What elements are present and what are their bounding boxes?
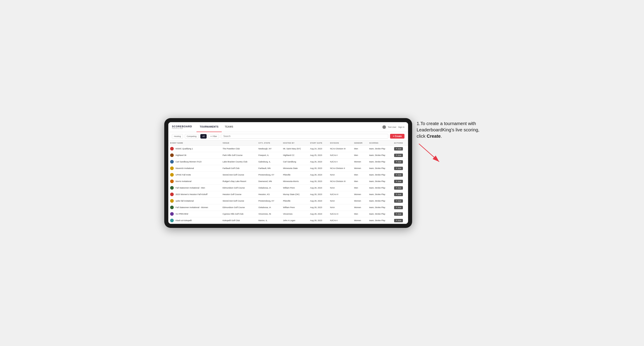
filter-all-button[interactable]: All bbox=[200, 134, 207, 139]
edit-icon: ✎ bbox=[396, 167, 398, 170]
team-icon bbox=[170, 206, 174, 209]
gender-cell: Women bbox=[352, 165, 368, 172]
event-name-cell: Highland 36 bbox=[168, 152, 221, 159]
tab-teams[interactable]: TEAMS bbox=[222, 122, 236, 132]
sign-in-link[interactable]: Sign In bbox=[398, 126, 404, 128]
table-row: VU PREVIEW Cypress Hills Golf Club Vince… bbox=[168, 211, 408, 217]
venue-cell: Faribault Golf Club bbox=[221, 165, 257, 172]
edit-icon: ✎ bbox=[396, 193, 398, 195]
actions-cell: ✎ Edit bbox=[392, 198, 408, 204]
team-icon bbox=[170, 154, 174, 157]
team-icon bbox=[170, 167, 174, 170]
edit-button[interactable]: ✎ Edit bbox=[394, 193, 403, 196]
outer-wrapper: SCOREBOARD Powered by clippit TOURNAMENT… bbox=[164, 118, 480, 228]
search-input[interactable] bbox=[221, 134, 388, 139]
edit-label: Edit bbox=[398, 180, 401, 182]
gender-cell: Women bbox=[352, 217, 368, 224]
annotation-text: 1.To create a tournament with Leaderboar… bbox=[417, 118, 480, 139]
edit-button[interactable]: ✎ Edit bbox=[394, 199, 403, 203]
filter-competing-button[interactable]: Competing bbox=[185, 134, 199, 139]
event-name-cell: VU PREVIEW bbox=[168, 211, 221, 217]
gender-cell: Women bbox=[352, 159, 368, 165]
division-cell: NCAA Division III bbox=[328, 178, 352, 185]
col-venue: VENUE bbox=[221, 141, 257, 146]
edit-button[interactable]: ✎ Edit bbox=[394, 173, 403, 176]
actions-cell: ✎ Edit bbox=[392, 159, 408, 165]
edit-label: Edit bbox=[398, 193, 401, 195]
tab-tournaments[interactable]: TOURNAMENTS bbox=[196, 122, 222, 132]
team-icon bbox=[170, 212, 174, 216]
scoring-cell: team, Stroke Play bbox=[368, 159, 392, 165]
start-date-cell: Aug 28, 2023 bbox=[308, 185, 328, 191]
start-date-cell: Aug 28, 2023 bbox=[308, 217, 328, 224]
col-event-name: EVENT NAME bbox=[168, 141, 221, 146]
edit-button[interactable]: ✎ Edit bbox=[394, 154, 403, 157]
edit-label: Edit bbox=[398, 154, 401, 156]
gender-cell: Men bbox=[352, 211, 368, 217]
event-name: UPIKE Fall Invite bbox=[176, 174, 191, 176]
team-icon bbox=[170, 186, 174, 190]
annotation-area: 1.To create a tournament with Leaderboar… bbox=[417, 118, 480, 164]
event-name: Morris Invitational bbox=[176, 180, 192, 182]
scoring-cell: team, Stroke Play bbox=[368, 217, 392, 224]
gender-cell: Women bbox=[352, 204, 368, 211]
col-actions: ACTIONS bbox=[392, 141, 408, 146]
event-name: Carl Sandburg Women FA23 bbox=[176, 161, 202, 163]
start-date-cell: Aug 28, 2023 bbox=[308, 178, 328, 185]
brand-title: SCOREBOARD bbox=[172, 125, 192, 128]
division-cell: NJCAA II bbox=[328, 211, 352, 217]
city-state-cell: Galesburg, IL bbox=[257, 159, 281, 165]
table-row: Maverick Invitational Faribault Golf Clu… bbox=[168, 165, 408, 172]
division-cell: NJCAA I bbox=[328, 159, 352, 165]
event-name-cell: Klash at Kokopelli bbox=[168, 217, 221, 224]
create-button[interactable]: + Create bbox=[390, 134, 404, 139]
settings-icon[interactable]: ⚙ bbox=[382, 125, 386, 129]
edit-label: Edit bbox=[398, 161, 401, 163]
division-cell: NJCAA II bbox=[328, 191, 352, 198]
edit-button[interactable]: ✎ Edit bbox=[394, 186, 403, 190]
team-icon bbox=[170, 219, 174, 222]
table-row: Fall Statesmen Invitational - Men Edmund… bbox=[168, 185, 408, 191]
start-date-cell: Aug 25, 2023 bbox=[308, 152, 328, 159]
hosted-by-cell: Minnesota State bbox=[281, 165, 308, 172]
actions-cell: ✎ Edit bbox=[392, 211, 408, 217]
filter-hosting-button[interactable]: Hosting bbox=[172, 134, 183, 139]
venue-cell: Edmundson Golf Course bbox=[221, 204, 257, 211]
table-row: Klash at Kokopelli Kokopelli Golf Club M… bbox=[168, 217, 408, 224]
edit-label: Edit bbox=[398, 200, 401, 202]
hosted-by-cell: William Penn bbox=[281, 185, 308, 191]
edit-button[interactable]: ✎ Edit bbox=[394, 167, 403, 170]
event-name-cell: Maverick Invitational bbox=[168, 165, 221, 172]
edit-button[interactable]: ✎ Edit bbox=[394, 180, 403, 183]
edit-button[interactable]: ✎ Edit bbox=[394, 147, 403, 151]
table-row: upike fall invitational StoneCrest Golf … bbox=[168, 198, 408, 204]
division-cell: NAIA bbox=[328, 172, 352, 178]
edit-button[interactable]: ✎ Edit bbox=[394, 206, 403, 209]
scoring-cell: team, Stroke Play bbox=[368, 165, 392, 172]
event-name: Maverick Invitational bbox=[176, 167, 194, 170]
division-cell: NAIA bbox=[328, 185, 352, 191]
event-name-cell: Morris Invitational bbox=[168, 178, 221, 185]
hosted-by-cell: Minnesota-Morris bbox=[281, 178, 308, 185]
division-cell: NCAA Division II bbox=[328, 165, 352, 172]
filter-button[interactable]: ≡ Filter bbox=[208, 134, 219, 139]
division-cell: NAIA bbox=[328, 198, 352, 204]
actions-cell: ✎ Edit bbox=[392, 165, 408, 172]
venue-cell: StoneCrest Golf Course bbox=[221, 198, 257, 204]
col-division: DIVISION bbox=[328, 141, 352, 146]
edit-button[interactable]: ✎ Edit bbox=[394, 212, 403, 216]
edit-icon: ✎ bbox=[396, 154, 398, 156]
hosted-by-cell: Murray State (OK) bbox=[281, 191, 308, 198]
edit-label: Edit bbox=[398, 167, 401, 170]
nav-bar: SCOREBOARD Powered by clippit TOURNAMENT… bbox=[168, 122, 408, 132]
scoring-cell: team, Stroke Play bbox=[368, 172, 392, 178]
city-state-cell: Newburgh, NY bbox=[257, 146, 281, 152]
edit-button[interactable]: ✎ Edit bbox=[394, 160, 403, 164]
edit-label: Edit bbox=[398, 220, 401, 222]
city-state-cell: Oskaloosa, IA bbox=[257, 185, 281, 191]
edit-button[interactable]: ✎ Edit bbox=[394, 219, 403, 222]
filter-icon: ≡ bbox=[210, 135, 212, 138]
event-name-cell: MSMC Qualifying 1 bbox=[168, 146, 221, 152]
annotation-arrow bbox=[417, 142, 444, 164]
gender-cell: Men bbox=[352, 152, 368, 159]
